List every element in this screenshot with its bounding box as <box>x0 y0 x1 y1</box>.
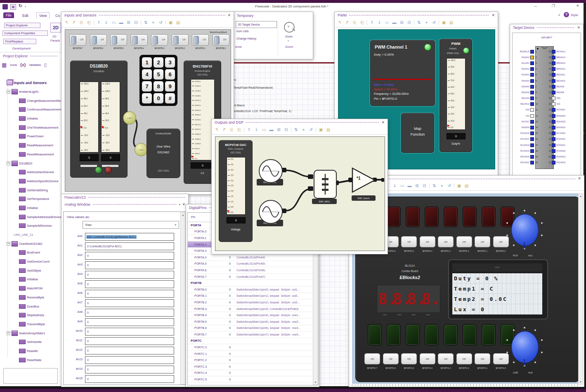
tree-item[interactable]: PowerDown <box>1 132 61 141</box>
tab-view[interactable]: View <box>36 12 50 19</box>
off-button[interactable]: Off <box>420 236 435 247</box>
tool-icon[interactable]: ▬ <box>392 20 397 25</box>
port-switch[interactable]: Off $PORTD.7 <box>364 353 380 369</box>
restore-button[interactable]: ❐ <box>552 4 555 8</box>
analog-value-box[interactable]: 0 <box>85 347 174 354</box>
tool-icon[interactable] <box>454 183 454 188</box>
project-explorer-titlebar[interactable]: Project Explorer <box>0 53 61 59</box>
chip-pin-row[interactable]: 40 RB7/AN13 <box>547 49 580 54</box>
change-history-ribbon-item[interactable]: Change History <box>236 37 256 40</box>
chip-pin-row[interactable]: RD1/AN21 20 <box>513 160 539 166</box>
digital-pin-row[interactable]: PORTC.5 0 <box>188 376 318 383</box>
digital-pin-row[interactable]: PORTC.1 0 <box>188 351 318 357</box>
tree-item[interactable]: Inputs and Sensors <box>1 78 61 87</box>
digital-pin-row[interactable]: PORTC.4 0 <box>188 370 318 377</box>
chip-pin-row[interactable]: 33 RB0/AN8 <box>547 89 580 95</box>
port-switch[interactable]: Off $PORTD.5 <box>401 353 417 369</box>
port-switch[interactable]: Off $PORTD.1 <box>475 353 490 369</box>
chip-pin-row[interactable]: RA7/AN7 13 <box>513 119 539 124</box>
tree-item[interactable]: Initialise <box>1 275 61 284</box>
tool-icon[interactable]: ⊟ <box>422 183 427 188</box>
style-button[interactable]: Style <box>571 13 578 17</box>
tree-item[interactable]: ChangeMeasurementMode <box>1 96 61 105</box>
tool-icon[interactable]: ⊟ <box>133 20 139 25</box>
chip-pin-row[interactable]: 38 RB5/AN15 <box>547 60 580 66</box>
off-button[interactable]: Off <box>438 236 454 247</box>
tool-icon[interactable] <box>414 20 414 25</box>
tool-icon[interactable]: ⌖ <box>424 20 429 25</box>
chip-pin-row[interactable]: 37 RB4/AN12 <box>547 66 580 72</box>
zoom-dropdown-arrow[interactable]: ▾ <box>288 39 289 42</box>
tree-item[interactable]: AddressNextDevice <box>1 168 61 177</box>
2d-panel-button[interactable]: 2D <box>50 23 61 33</box>
analog-value-box[interactable]: 0 <box>85 356 174 364</box>
map-function-component[interactable]: Map Function <box>401 113 434 153</box>
tree-item[interactable]: GetTemperature <box>1 195 61 204</box>
chip-pin-row[interactable]: RE1/AN9 9 <box>513 96 539 101</box>
tree-item[interactable]: LINK_LINE_13 <box>1 230 61 239</box>
tool-icon[interactable]: ▭ <box>384 20 390 25</box>
chip-pin-row[interactable]: RE3/MCLR 1 <box>513 49 539 54</box>
off-button[interactable]: Off <box>456 353 472 364</box>
tree-item[interactable]: AddressSpecificDevice <box>1 177 61 186</box>
digital-pin-row[interactable]: PORTA.5 0 ComboBL0114(PinA5) <box>188 261 318 268</box>
analog-value-box[interactable]: 825 ComboBL0114(LightSensor ADC) <box>85 233 174 241</box>
analog-value-box[interactable]: 0 <box>85 271 174 279</box>
help-icon[interactable]: ? <box>564 12 569 17</box>
port-switch[interactable]: Off $PORTA.3 <box>438 236 454 252</box>
dock-titlebar[interactable]: FlowcodeV13 <box>61 194 188 200</box>
analog-value-box[interactable]: 0 <box>85 375 174 383</box>
tool-icon[interactable]: ⇅ <box>432 183 437 188</box>
tree-expand-icon[interactable] <box>7 162 10 165</box>
chip-pin-row[interactable]: RA5/AN5 7 <box>513 84 539 89</box>
pwm-close-icon[interactable]: ✕ <box>491 14 495 17</box>
tree-item[interactable]: ReceiveByte <box>1 293 61 302</box>
tool-icon[interactable]: ▤ <box>326 127 331 132</box>
chip-pin-row[interactable]: RA1/AN1 3 <box>513 60 539 66</box>
chip-pin-row[interactable]: 25 RC6/AN22 <box>547 136 580 142</box>
project-explorer-button[interactable]: Project Explorer <box>4 23 40 28</box>
chip-pin-row[interactable]: 27 RD4/AN24 <box>547 124 580 130</box>
digital-pin-row[interactable]: PORTC <box>188 338 318 345</box>
tree-item[interactable]: GetIDByte <box>1 266 61 275</box>
analog-value-box[interactable]: 0 <box>85 280 174 288</box>
tool-icon[interactable]: ⊟ <box>406 20 412 25</box>
outputs-titlebar[interactable]: Outputs and DSP ✕ <box>212 119 388 125</box>
onewire-node-2[interactable]: 1-Wire <box>135 143 148 156</box>
inputs-close-icon[interactable]: ✕ <box>227 14 231 17</box>
tree-item[interactable]: ResetMeasurement <box>1 150 61 159</box>
tool-icon[interactable]: ↺ <box>447 183 452 188</box>
tree-expand-icon[interactable] <box>7 90 10 94</box>
tree-item[interactable]: GetDeviceCount <box>1 257 61 266</box>
digital-pin-row[interactable]: PORTB.6 0 SwitchArraySlider1(pin6), keyp… <box>188 325 318 332</box>
slider-marker[interactable] <box>447 124 450 127</box>
chip-pin-row[interactable]: 32 VDD <box>547 96 580 101</box>
chip-pin-row[interactable]: 21 RD2/AN18 <box>547 160 580 166</box>
tree-item[interactable]: AmbientLight1 <box>1 87 61 96</box>
tool-icon[interactable]: ⇑ <box>246 127 252 132</box>
tree-item[interactable]: GetSerialString <box>1 185 61 195</box>
tool-icon[interactable]: ⇓ <box>254 127 259 132</box>
tool-icon[interactable]: ↱ <box>345 20 350 25</box>
off-button[interactable]: Off <box>438 353 454 364</box>
digital-pin-row[interactable]: PORTB.3 0 SwitchArraySlider1(pin3), Comb… <box>188 306 318 312</box>
off-button[interactable]: Off <box>493 353 509 364</box>
tool-icon[interactable]: ⌖ <box>301 127 306 132</box>
chip-pin-row[interactable]: RD0/AN20 19 <box>513 154 539 160</box>
analog-minimize-icon[interactable]: ▪ <box>179 203 180 207</box>
pwm-duty-slider[interactable]: 100.090.080.070.060.050.040.030.020.010.… <box>447 58 465 130</box>
port-switch[interactable]: Off $PORTD.3 <box>438 353 454 369</box>
scroll-right-icon[interactable]: › <box>582 105 583 109</box>
tool-icon[interactable]: ▤ <box>449 20 454 25</box>
tool-icon[interactable]: ⊞ <box>399 20 404 25</box>
port-switch[interactable]: Off $PORTD.4 <box>420 353 435 369</box>
target-titlebar[interactable]: Target Device ✕ <box>510 24 583 31</box>
tool-icon[interactable]: ↰ <box>64 20 69 25</box>
chip-pin-row[interactable]: RC3/AN19 18 <box>513 148 539 154</box>
chip-pin-row[interactable]: RC1/AN17 16 <box>513 136 539 142</box>
tool-icon[interactable] <box>94 20 94 25</box>
tree-item[interactable]: ContinuousMeasurement <box>1 105 61 114</box>
chip-pin-row[interactable]: 24 RC5/AN21 <box>547 142 580 148</box>
tool-icon[interactable]: ⊞ <box>414 183 420 188</box>
tab-file[interactable]: File <box>3 12 14 18</box>
